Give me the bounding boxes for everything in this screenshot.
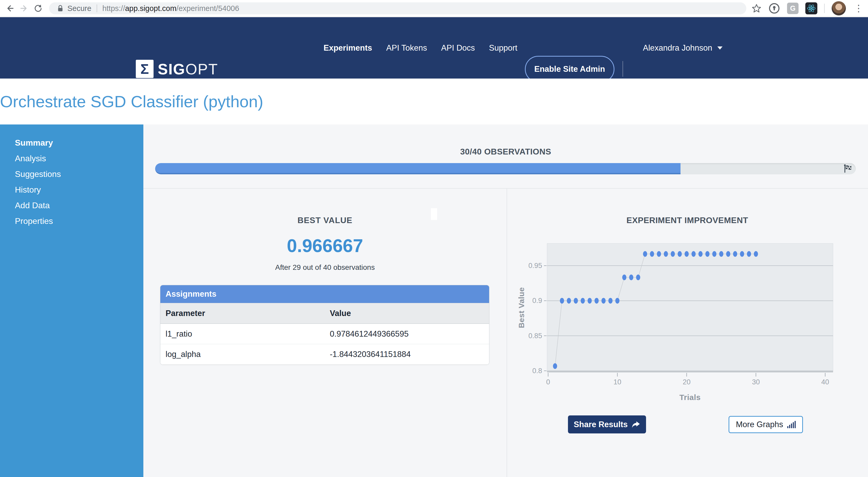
svg-text:0.9: 0.9 <box>532 297 542 305</box>
sidebar-item-suggestions[interactable]: Suggestions <box>0 166 143 182</box>
parameter-cell: l1_ratio <box>160 329 330 339</box>
browser-toolbar: Secure https://app.sigopt.com/experiment… <box>0 0 868 17</box>
bookmark-star-icon[interactable] <box>751 3 762 13</box>
nav-link-support[interactable]: Support <box>489 43 518 53</box>
improvement-chart: 0.80.850.90.95010203040TrialsBest Value <box>509 230 868 412</box>
assignments-table-title: Assignments <box>160 285 489 303</box>
horizontal-divider <box>143 188 868 189</box>
svg-text:20: 20 <box>683 378 690 386</box>
best-value-number: 0.966667 <box>143 235 506 256</box>
assignments-column-headers: Parameter Value <box>160 303 489 324</box>
sidebar-item-summary[interactable]: Summary <box>0 135 143 150</box>
finish-flag-icon <box>843 164 852 174</box>
best-value-caption: After 29 out of 40 observations <box>143 263 506 272</box>
toolbar-separator <box>824 4 825 13</box>
svg-text:Trials: Trials <box>679 393 701 402</box>
observations-progress-fill <box>155 163 681 174</box>
assignment-row-log-alpha: log_alpha-1.8443203641151884 <box>160 344 489 365</box>
experiment-improvement-heading: EXPERIMENT IMPROVEMENT <box>506 215 868 225</box>
main-content: 30/40 OBSERVATIONS BEST VALUE 0.966667 A… <box>143 125 868 477</box>
sidebar: SummaryAnalysisSuggestionsHistoryAdd Dat… <box>0 125 143 477</box>
title-band: Orchestrate SGD Classifier (python) <box>0 78 868 125</box>
user-name: Alexandra Johnson <box>643 43 712 53</box>
forward-icon[interactable] <box>19 3 29 13</box>
svg-text:10: 10 <box>613 378 621 386</box>
assignment-row-l1-ratio: l1_ratio0.9784612449366595 <box>160 324 489 344</box>
address-bar[interactable]: Secure https://app.sigopt.com/experiment… <box>49 2 746 14</box>
page-title: Orchestrate SGD Classifier (python) <box>0 92 263 111</box>
observations-heading: 30/40 OBSERVATIONS <box>143 147 868 157</box>
browser-profile-avatar[interactable] <box>832 1 846 16</box>
react-devtools-icon[interactable] <box>805 2 817 14</box>
onepassword-extension-icon[interactable] <box>768 2 780 14</box>
column-header-value: Value <box>330 309 489 318</box>
bar-chart-icon <box>787 420 796 429</box>
share-results-label: Share Results <box>574 420 628 429</box>
assignments-rows: l1_ratio0.9784612449366595log_alpha-1.84… <box>160 324 489 365</box>
user-menu[interactable]: Alexandra Johnson <box>643 17 722 78</box>
share-results-button[interactable]: Share Results <box>568 415 646 434</box>
sigopt-logo-text: SIGOPT <box>158 60 218 78</box>
nav-link-api-tokens[interactable]: API Tokens <box>386 43 427 53</box>
nav-link-experiments[interactable]: Experiments <box>323 43 372 53</box>
omnibox-separator <box>97 4 97 12</box>
chevron-down-icon <box>717 46 722 49</box>
sidebar-item-add-data[interactable]: Add Data <box>0 198 143 213</box>
refresh-icon[interactable] <box>33 3 43 13</box>
sigopt-logo-mark: Σ <box>136 60 154 78</box>
app-navbar: Σ SIGOPT ExperimentsAPI TokensAPI DocsSu… <box>0 17 868 78</box>
sidebar-item-properties[interactable]: Properties <box>0 213 143 229</box>
column-header-parameter: Parameter <box>160 309 330 318</box>
lock-icon <box>57 5 64 12</box>
g-extension-icon[interactable]: G <box>787 3 799 14</box>
svg-text:Best Value: Best Value <box>517 287 526 328</box>
browser-menu-icon[interactable]: ⋮ <box>853 4 864 13</box>
back-icon[interactable] <box>5 3 15 13</box>
sidebar-item-history[interactable]: History <box>0 182 143 198</box>
assignments-table: Assignments Parameter Value l1_ratio0.97… <box>160 285 489 365</box>
observations-progress-bar <box>155 163 856 174</box>
screen: Secure https://app.sigopt.com/experiment… <box>0 0 868 477</box>
svg-text:0: 0 <box>546 378 550 386</box>
svg-text:0.8: 0.8 <box>532 367 542 375</box>
value-cell: 0.9784612449366595 <box>330 329 489 339</box>
navbar-separator <box>623 61 623 77</box>
value-cell: -1.8443203641151884 <box>330 350 489 359</box>
svg-text:40: 40 <box>821 378 829 386</box>
vertical-divider <box>506 188 507 477</box>
nav-link-api-docs[interactable]: API Docs <box>441 43 475 53</box>
toolbar-right-cluster: G ⋮ <box>751 1 864 16</box>
url-text: https://app.sigopt.com/experiment/54006 <box>102 4 239 13</box>
more-graphs-label: More Graphs <box>736 420 783 429</box>
svg-text:0.95: 0.95 <box>528 262 542 270</box>
more-graphs-button[interactable]: More Graphs <box>728 416 803 433</box>
sidebar-item-analysis[interactable]: Analysis <box>0 150 143 166</box>
sigopt-logo[interactable]: Σ SIGOPT <box>136 60 218 78</box>
secure-label: Secure <box>67 4 91 13</box>
svg-text:30: 30 <box>752 378 760 386</box>
parameter-cell: log_alpha <box>160 350 330 359</box>
nav-links: ExperimentsAPI TokensAPI DocsSupport <box>323 17 517 78</box>
share-icon <box>631 421 640 429</box>
svg-text:0.85: 0.85 <box>528 332 542 340</box>
best-value-heading: BEST VALUE <box>143 215 506 225</box>
